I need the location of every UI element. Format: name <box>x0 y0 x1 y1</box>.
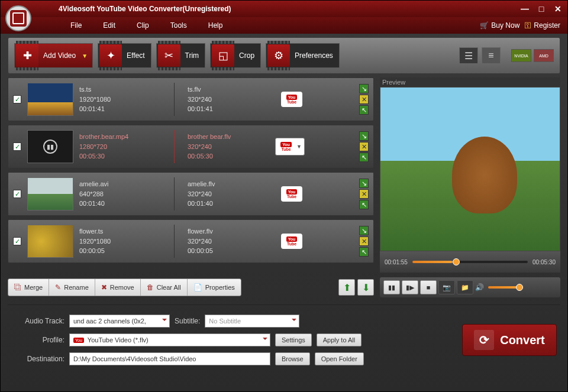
menu-file[interactable]: File <box>60 21 92 30</box>
row-collapse-icon[interactable]: ↖ <box>359 153 369 162</box>
settings-button[interactable]: Settings <box>275 333 312 346</box>
move-down-button[interactable]: ⬇ <box>357 279 374 296</box>
snapshot-button[interactable]: 📷 <box>438 280 455 294</box>
amd-badge: AMD <box>534 49 554 62</box>
destination-label: Destination: <box>11 355 64 363</box>
trim-button[interactable]: ✂ Trim <box>156 43 206 68</box>
key-icon: ⚿ <box>524 21 531 30</box>
format-badge[interactable]: YouTube <box>281 92 302 107</box>
file-source-info: flower.ts 1920*1080 00:00:05 <box>79 226 168 256</box>
profile-select[interactable]: YouYouTube Video (*.flv) <box>69 333 270 346</box>
menu-tools[interactable]: Tools <box>160 21 198 30</box>
row-collapse-icon[interactable]: ↖ <box>359 247 369 257</box>
preview-label: Preview <box>380 77 560 87</box>
rename-button[interactable]: ✎Rename <box>49 279 95 296</box>
convert-button[interactable]: ⟳ Convert <box>462 324 557 356</box>
file-thumbnail: ▮▮ <box>27 130 73 163</box>
subtitle-select[interactable]: No Subtitle <box>205 315 299 328</box>
crop-icon: ◱ <box>212 44 234 67</box>
audio-track-select[interactable]: und aac 2 channels (0x2, <box>69 315 170 328</box>
file-thumbnail <box>27 225 73 258</box>
file-checkbox[interactable]: ✓ <box>13 190 21 198</box>
merge-icon: ⿻ <box>14 283 21 291</box>
subtitle-label: Subtitle: <box>175 317 200 325</box>
pause-button[interactable]: ▮▮ <box>383 280 400 294</box>
minimize-button[interactable]: — <box>520 4 530 14</box>
list-actions: ⿻Merge ✎Rename ✖Remove 🗑Clear All 📄Prope… <box>8 278 241 296</box>
clear-all-button[interactable]: 🗑Clear All <box>141 279 188 296</box>
detail-view-button[interactable]: ≡ <box>482 47 501 64</box>
preview-panel: Preview 00:01:55 00:05:30 <box>380 77 560 273</box>
file-checkbox[interactable]: ✓ <box>13 237 21 245</box>
file-source-info: ts.ts 1920*1080 00:01:41 <box>79 85 168 114</box>
profile-label: Profile: <box>11 336 64 344</box>
total-time: 00:05:30 <box>532 259 556 265</box>
destination-input[interactable] <box>69 352 270 365</box>
row-expand-icon[interactable]: ↘ <box>359 131 369 141</box>
remove-button[interactable]: ✖Remove <box>95 279 141 296</box>
browse-button[interactable]: Browse <box>275 352 310 365</box>
row-remove-icon[interactable]: ✕ <box>359 95 369 104</box>
menu-help[interactable]: Help <box>198 21 234 30</box>
row-remove-icon[interactable]: ✕ <box>359 189 369 199</box>
row-collapse-icon[interactable]: ↖ <box>359 105 369 115</box>
move-up-button[interactable]: ⬆ <box>338 279 355 296</box>
file-output-info: ts.flv 320*240 00:01:41 <box>180 85 263 114</box>
toolbar: ✚ Add Video ▼ ✦ Effect ✂ Trim ◱ Crop ⚙ P… <box>8 37 560 74</box>
file-checkbox[interactable]: ✓ <box>13 142 21 151</box>
file-output-info: amelie.flv 320*240 00:01:40 <box>180 179 263 209</box>
format-dropdown[interactable]: YouTube ▼ <box>275 138 305 155</box>
dropdown-arrow-icon[interactable]: ▼ <box>82 53 92 59</box>
list-view-button[interactable]: ☰ <box>459 47 478 64</box>
format-badge[interactable]: YouTube <box>281 234 302 249</box>
scissors-icon: ✂ <box>158 44 180 67</box>
row-expand-icon[interactable]: ↘ <box>359 84 369 93</box>
file-checkbox[interactable]: ✓ <box>13 95 21 103</box>
row-remove-icon[interactable]: ✕ <box>359 142 369 151</box>
properties-button[interactable]: 📄Properties <box>188 279 241 296</box>
step-button[interactable]: ▮▶ <box>402 280 418 294</box>
snapshot-folder-button[interactable]: 📁 <box>457 280 473 294</box>
player-controls: ▮▮ ▮▶ ■ 📷 📁 🔊 <box>380 277 560 297</box>
row-collapse-icon[interactable]: ↖ <box>359 200 369 209</box>
format-badge[interactable]: YouTube <box>281 186 302 202</box>
plus-icon: ✚ <box>16 44 38 67</box>
volume-slider[interactable] <box>488 286 521 289</box>
effect-button[interactable]: ✦ Effect <box>98 43 151 68</box>
buy-now-link[interactable]: 🛒 Buy Now <box>480 21 519 30</box>
file-row[interactable]: ✓ ▮▮ brother.bear.mp4 1280*720 00:05:30 … <box>8 125 374 169</box>
file-source-info: brother.bear.mp4 1280*720 00:05:30 <box>79 132 168 161</box>
maximize-button[interactable]: □ <box>537 4 546 14</box>
add-video-button[interactable]: ✚ Add Video ▼ <box>14 43 93 68</box>
register-link[interactable]: ⚿ Register <box>524 21 560 30</box>
file-source-info: amelie.avi 640*288 00:01:40 <box>79 179 168 209</box>
seek-bar-area: 00:01:55 00:05:30 <box>380 251 560 273</box>
seek-slider[interactable] <box>412 261 528 263</box>
row-expand-icon[interactable]: ↘ <box>359 179 369 188</box>
menu-edit[interactable]: Edit <box>92 21 126 30</box>
stop-button[interactable]: ■ <box>420 280 437 294</box>
menu-clip[interactable]: Clip <box>126 21 160 30</box>
file-row[interactable]: ✓ ts.ts 1920*1080 00:01:41 ts.flv 320*24… <box>8 77 374 121</box>
convert-icon: ⟳ <box>474 330 494 350</box>
cart-icon: 🛒 <box>480 21 489 30</box>
row-expand-icon[interactable]: ↘ <box>359 226 369 235</box>
volume-icon: 🔊 <box>475 283 484 291</box>
crop-button[interactable]: ◱ Crop <box>210 43 261 68</box>
file-row[interactable]: ✓ amelie.avi 640*288 00:01:40 amelie.flv… <box>8 172 374 216</box>
preview-viewport[interactable] <box>380 87 560 251</box>
delete-icon: ✖ <box>101 283 107 291</box>
open-folder-button[interactable]: Open Folder <box>315 352 364 365</box>
nvidia-badge: NVIDIA <box>511 49 531 62</box>
apply-to-all-button[interactable]: Apply to All <box>317 333 362 346</box>
output-settings: Audio Track: und aac 2 channels (0x2, Su… <box>11 315 450 365</box>
preferences-button[interactable]: ⚙ Preferences <box>266 43 340 68</box>
close-button[interactable]: ✕ <box>553 4 563 14</box>
window-title: 4Videosoft YouTube Video Converter(Unreg… <box>59 5 231 13</box>
current-time: 00:01:55 <box>385 259 408 265</box>
row-remove-icon[interactable]: ✕ <box>359 237 369 246</box>
file-row[interactable]: ✓ flower.ts 1920*1080 00:00:05 flower.fl… <box>8 219 374 263</box>
file-thumbnail <box>27 83 73 116</box>
effect-icon: ✦ <box>99 44 122 67</box>
merge-button[interactable]: ⿻Merge <box>8 279 49 296</box>
